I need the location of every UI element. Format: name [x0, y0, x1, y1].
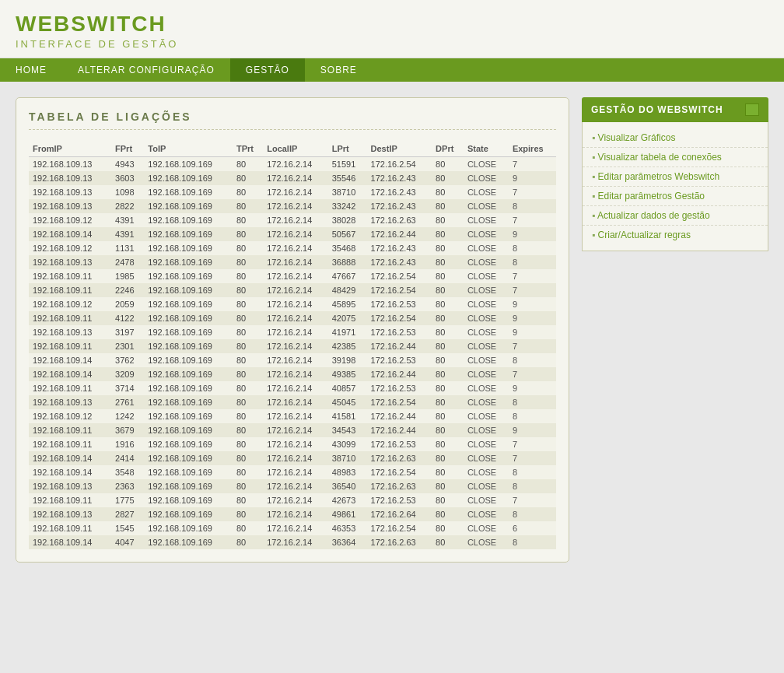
cell-lprt: 49385: [328, 367, 367, 381]
cell-toip: 192.168.109.169: [144, 381, 233, 395]
cell-tprt: 80: [233, 409, 263, 423]
cell-fprt: 1916: [111, 437, 144, 451]
cell-tprt: 80: [233, 339, 263, 353]
cell-localip: 172.16.2.14: [263, 353, 328, 367]
cell-fprt: 3603: [111, 171, 144, 185]
nav-sobre[interactable]: SOBRE: [305, 58, 373, 82]
cell-destip: 172.16.2.43: [367, 171, 432, 185]
cell-destip: 172.16.2.54: [367, 283, 432, 297]
cell-dprt: 80: [432, 297, 464, 311]
cell-lprt: 36364: [328, 535, 367, 549]
cell-toip: 192.168.109.169: [144, 283, 233, 297]
cell-fromip: 192.168.109.12: [29, 297, 111, 311]
cell-tprt: 80: [233, 367, 263, 381]
cell-state: CLOSE: [464, 409, 509, 423]
sidebar-link[interactable]: Visualizar tabela de conexões: [583, 148, 768, 167]
table-row: 192.168.109.114122192.168.109.16980172.1…: [29, 311, 556, 325]
cell-state: CLOSE: [464, 171, 509, 185]
cell-toip: 192.168.109.169: [144, 353, 233, 367]
cell-tprt: 80: [233, 185, 263, 199]
cell-tprt: 80: [233, 283, 263, 297]
cell-expires: 8: [509, 535, 556, 549]
cell-dprt: 80: [432, 199, 464, 213]
cell-toip: 192.168.109.169: [144, 395, 233, 409]
cell-expires: 8: [509, 507, 556, 521]
sidebar-link[interactable]: Editar parâmetros Gestão: [583, 187, 768, 206]
cell-fprt: 4391: [111, 213, 144, 227]
col-header-expires: Expires: [509, 141, 556, 157]
cell-localip: 172.16.2.14: [263, 255, 328, 269]
table-row: 192.168.109.132761192.168.109.16980172.1…: [29, 395, 556, 409]
sidebar-link[interactable]: Visualizar Gráficos: [583, 128, 768, 148]
col-header-localip: LocalIP: [263, 141, 328, 157]
cell-fprt: 1098: [111, 185, 144, 199]
cell-expires: 9: [509, 423, 556, 437]
sidebar-link[interactable]: Actualizar dados de gestão: [583, 206, 768, 226]
sidebar-link[interactable]: Editar parâmetros Webswitch: [583, 167, 768, 187]
cell-state: CLOSE: [464, 157, 509, 172]
cell-expires: 7: [509, 367, 556, 381]
cell-localip: 172.16.2.14: [263, 157, 328, 172]
cell-fromip: 192.168.109.12: [29, 241, 111, 255]
cell-fprt: 2059: [111, 297, 144, 311]
cell-state: CLOSE: [464, 465, 509, 479]
cell-expires: 8: [509, 199, 556, 213]
cell-fprt: 3209: [111, 367, 144, 381]
col-header-toip: ToIP: [144, 141, 233, 157]
cell-fprt: 2822: [111, 199, 144, 213]
cell-destip: 172.16.2.53: [367, 493, 432, 507]
cell-expires: 8: [509, 395, 556, 409]
cell-fprt: 3197: [111, 325, 144, 339]
cell-state: CLOSE: [464, 241, 509, 255]
cell-fromip: 192.168.109.13: [29, 199, 111, 213]
cell-localip: 172.16.2.14: [263, 437, 328, 451]
cell-fprt: 4943: [111, 157, 144, 172]
cell-fromip: 192.168.109.11: [29, 283, 111, 297]
cell-dprt: 80: [432, 185, 464, 199]
cell-destip: 172.16.2.44: [367, 227, 432, 241]
cell-dprt: 80: [432, 283, 464, 297]
cell-tprt: 80: [233, 157, 263, 172]
cell-tprt: 80: [233, 227, 263, 241]
cell-destip: 172.16.2.54: [367, 521, 432, 535]
cell-toip: 192.168.109.169: [144, 185, 233, 199]
cell-lprt: 48983: [328, 465, 367, 479]
nav-home[interactable]: HOME: [0, 58, 62, 82]
cell-expires: 7: [509, 493, 556, 507]
cell-fprt: 3762: [111, 353, 144, 367]
nav-config[interactable]: ALTERAR CONFIGURAÇÃO: [62, 58, 230, 82]
connections-table: FromIPFPrtToIPTPrtLocalIPLPrtDestIPDPrtS…: [29, 141, 556, 549]
sidebar-icon: [745, 103, 759, 116]
cell-toip: 192.168.109.169: [144, 493, 233, 507]
sidebar-header: GESTÃO DO WEBSWITCH: [582, 97, 768, 122]
cell-toip: 192.168.109.169: [144, 255, 233, 269]
cell-fprt: 1775: [111, 493, 144, 507]
cell-fromip: 192.168.109.13: [29, 479, 111, 493]
cell-fromip: 192.168.109.13: [29, 171, 111, 185]
cell-state: CLOSE: [464, 283, 509, 297]
cell-destip: 172.16.2.53: [367, 353, 432, 367]
cell-tprt: 80: [233, 451, 263, 465]
cell-toip: 192.168.109.169: [144, 227, 233, 241]
sidebar-link[interactable]: Criar/Actualizar regras: [583, 226, 768, 244]
cell-dprt: 80: [432, 409, 464, 423]
app-subtitle: INTERFACE DE GESTÃO: [16, 38, 768, 50]
col-header-dprt: DPrt: [432, 141, 464, 157]
cell-lprt: 42673: [328, 493, 367, 507]
cell-tprt: 80: [233, 465, 263, 479]
cell-expires: 8: [509, 241, 556, 255]
cell-toip: 192.168.109.169: [144, 465, 233, 479]
cell-lprt: 42385: [328, 339, 367, 353]
cell-toip: 192.168.109.169: [144, 269, 233, 283]
cell-toip: 192.168.109.169: [144, 507, 233, 521]
cell-lprt: 42075: [328, 311, 367, 325]
cell-fromip: 192.168.109.14: [29, 535, 111, 549]
cell-dprt: 80: [432, 381, 464, 395]
nav-gestao[interactable]: GESTÃO: [230, 58, 305, 82]
cell-fromip: 192.168.109.11: [29, 269, 111, 283]
cell-tprt: 80: [233, 213, 263, 227]
cell-destip: 172.16.2.53: [367, 381, 432, 395]
header: WEBSWITCH INTERFACE DE GESTÃO: [0, 0, 784, 58]
table-row: 192.168.109.134943192.168.109.16980172.1…: [29, 157, 556, 172]
cell-dprt: 80: [432, 493, 464, 507]
